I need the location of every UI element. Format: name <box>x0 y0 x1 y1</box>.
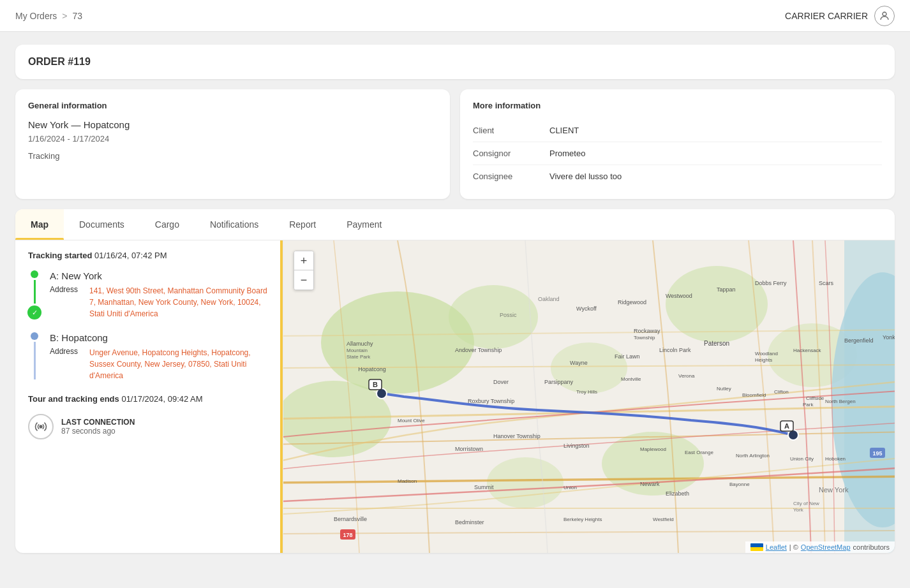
svg-text:State Park: State Park <box>347 354 371 360</box>
svg-text:Union: Union <box>563 485 577 490</box>
tab-cargo[interactable]: Cargo <box>140 209 195 240</box>
breadcrumb: My Orders > 73 <box>15 11 82 21</box>
route-label: New York — Hopatcong <box>28 119 437 130</box>
tour-ends: Tour and tracking ends 01/17/2024, 09:42… <box>28 394 270 404</box>
svg-text:Berkeley Heights: Berkeley Heights <box>563 517 602 522</box>
svg-point-1 <box>40 425 42 428</box>
svg-text:Union City: Union City <box>790 456 814 462</box>
general-info-card: General information New York — Hopatcong… <box>15 89 450 199</box>
leaflet-link[interactable]: Leaflet <box>766 543 787 551</box>
tab-content: Tracking started 01/16/24, 07:42 PM ✓ A:… <box>15 240 895 553</box>
tracking-status-label: Tracking <box>28 151 437 161</box>
svg-text:Clifton: Clifton <box>774 389 789 395</box>
dates-label: 1/16/2024 - 1/17/2024 <box>28 134 437 143</box>
svg-text:Hanover Township: Hanover Township <box>493 433 541 439</box>
tour-ends-date: 01/17/2024, 09:42 AM <box>121 394 202 404</box>
signal-icon <box>28 414 54 439</box>
location-b-dot <box>31 332 38 340</box>
svg-text:Allamuchy: Allamuchy <box>347 341 373 347</box>
svg-text:178: 178 <box>343 532 352 538</box>
info-cards-row: General information New York — Hopatcong… <box>15 89 895 199</box>
tour-ends-label: Tour and tracking ends <box>28 394 119 404</box>
location-b-info: B: Hopatcong Address Unger Avenue, Hopat… <box>50 332 270 381</box>
svg-text:Westwood: Westwood <box>666 293 692 299</box>
location-a-info: A: New York Address 141, West 90th Stree… <box>50 270 270 320</box>
svg-text:Mountain: Mountain <box>347 348 368 353</box>
svg-text:Woodland: Woodland <box>755 351 778 356</box>
zoom-in-button[interactable]: + <box>294 251 313 270</box>
more-info-value: CLIENT <box>549 119 882 142</box>
svg-text:North Arlington: North Arlington <box>736 453 770 459</box>
svg-text:Bloomfield: Bloomfield <box>742 392 766 398</box>
svg-rect-13 <box>844 240 895 553</box>
svg-text:Tappan: Tappan <box>717 286 736 293</box>
svg-text:Hopatcong: Hopatcong <box>358 366 386 372</box>
more-info-value: Vivere del lusso too <box>549 165 882 188</box>
tabs-row: MapDocumentsCargoNotificationsReportPaym… <box>15 209 895 240</box>
tab-map[interactable]: Map <box>15 209 64 240</box>
last-connection: LAST CONNECTION 87 seconds ago <box>28 414 270 439</box>
more-info-row: ClientCLIENT <box>473 119 882 142</box>
svg-point-6 <box>449 285 538 349</box>
svg-text:Yonkers: Yonkers <box>883 334 895 341</box>
tab-notifications[interactable]: Notifications <box>195 209 274 240</box>
location-a-line: ✓ <box>28 270 41 320</box>
svg-text:York: York <box>793 507 804 513</box>
svg-text:Hoboken: Hoboken <box>825 456 846 462</box>
svg-text:Paterson: Paterson <box>704 340 729 347</box>
location-a-check-icon: ✓ <box>27 305 41 320</box>
location-a-connector <box>34 280 36 304</box>
more-info-label: Consignee <box>473 165 549 188</box>
breadcrumb-home[interactable]: My Orders <box>15 11 57 21</box>
svg-point-11 <box>487 457 563 508</box>
svg-text:Verona: Verona <box>678 373 695 379</box>
tabs-container: MapDocumentsCargoNotificationsReportPaym… <box>15 209 895 553</box>
svg-text:Bernardsville: Bernardsville <box>334 516 367 522</box>
user-area: CARRIER CARRIER <box>785 6 895 26</box>
svg-text:A: A <box>784 422 789 430</box>
svg-text:East Orange: East Orange <box>685 450 713 455</box>
map-footer-contributors: contributors <box>853 543 890 551</box>
svg-text:Oakland: Oakland <box>538 296 560 302</box>
svg-text:Dobbs Ferry: Dobbs Ferry <box>755 280 787 286</box>
svg-text:Maplewood: Maplewood <box>640 446 666 452</box>
svg-text:Rockaway: Rockaway <box>634 328 660 334</box>
tracking-started-label: Tracking started <box>28 251 92 260</box>
zoom-out-button[interactable]: − <box>294 270 313 290</box>
tab-payment[interactable]: Payment <box>331 209 397 240</box>
tracking-started: Tracking started 01/16/24, 07:42 PM <box>28 251 270 260</box>
breadcrumb-order-id: 73 <box>73 11 83 21</box>
map-footer: Leaflet | © OpenStreetMap contributors <box>745 541 895 553</box>
svg-text:Wyckoff: Wyckoff <box>576 305 597 312</box>
location-b-block: B: Hopatcong Address Unger Avenue, Hopat… <box>28 332 270 381</box>
svg-text:City of New: City of New <box>793 501 819 506</box>
svg-text:Troy Hills: Troy Hills <box>576 389 597 395</box>
svg-text:Nutley: Nutley <box>717 386 731 392</box>
location-b-addr-label: Address <box>50 347 82 381</box>
svg-text:Possic: Possic <box>500 312 517 318</box>
location-a-address-row: Address 141, West 90th Street, Manhattan… <box>50 285 270 320</box>
svg-text:Morristown: Morristown <box>455 446 483 452</box>
svg-text:Parsippany: Parsippany <box>544 379 574 385</box>
osm-link[interactable]: OpenStreetMap <box>801 543 851 551</box>
location-a-title: A: New York <box>50 270 270 281</box>
more-info-title: More information <box>473 101 882 110</box>
svg-text:Elizabeth: Elizabeth <box>666 490 689 497</box>
svg-text:Scars: Scars <box>819 280 834 286</box>
map-area: + − <box>283 240 895 553</box>
user-name: CARRIER CARRIER <box>785 11 868 21</box>
user-avatar-icon[interactable] <box>874 6 895 26</box>
tab-report[interactable]: Report <box>274 209 331 240</box>
tab-documents[interactable]: Documents <box>64 209 140 240</box>
svg-text:195: 195 <box>872 450 882 457</box>
breadcrumb-separator: > <box>62 11 67 21</box>
svg-text:Cliffside: Cliffside <box>806 395 824 401</box>
svg-text:Hackensack: Hackensack <box>793 348 822 353</box>
location-b-line <box>28 332 41 381</box>
svg-text:Andover Township: Andover Township <box>455 347 502 353</box>
svg-text:Livingston: Livingston <box>563 443 590 449</box>
last-connection-label: LAST CONNECTION <box>61 418 135 427</box>
svg-text:Township: Township <box>634 335 655 341</box>
location-b-connector <box>34 342 36 379</box>
last-connection-text-block: LAST CONNECTION 87 seconds ago <box>61 418 135 436</box>
